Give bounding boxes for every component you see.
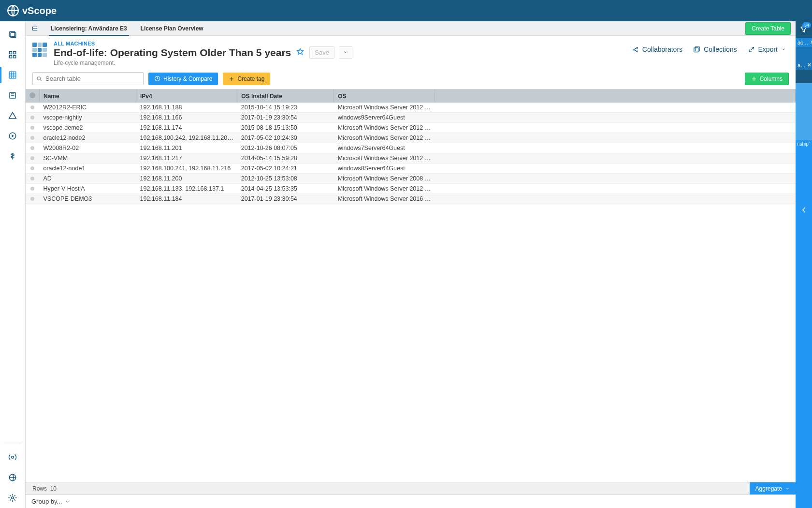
export-action[interactable]: Export <box>748 45 786 53</box>
nav-widgets[interactable] <box>0 45 26 65</box>
chevron-down-icon <box>781 47 786 52</box>
favorite-star-icon[interactable] <box>296 47 304 58</box>
columns-button[interactable]: Columns <box>745 73 789 85</box>
chevron-left-icon <box>799 206 808 214</box>
nav-broadcast[interactable] <box>0 447 26 467</box>
row-status-dot <box>26 194 40 204</box>
save-dropdown[interactable] <box>339 46 352 59</box>
col-install-date-header[interactable]: OS Install Date <box>237 90 334 103</box>
table-row[interactable]: vscope-demo2 192.168.11.174 2015-08-18 1… <box>26 123 796 133</box>
cell-ipv4: 192.168.11.133, 192.168.137.1 <box>136 184 237 194</box>
brand-text: vScope <box>22 5 57 16</box>
cell-os: windows9Server64Guest <box>334 113 435 123</box>
tab-strip: Licensiering: Användare E3 License Plan … <box>26 21 796 36</box>
create-table-button[interactable]: Create Table <box>745 22 791 35</box>
cell-ipv4: 192.168.100.241, 192.168.11.216 <box>136 164 237 174</box>
nav-billing[interactable] <box>0 146 26 166</box>
table-row[interactable]: VSCOPE-DEMO3 192.168.11.184 2017-01-19 2… <box>26 194 796 204</box>
col-os-header[interactable]: OS <box>334 90 435 103</box>
cell-os: Microsoft Windows Server 2012 … <box>334 184 435 194</box>
collections-action[interactable]: Collections <box>693 45 737 53</box>
filter-toggle[interactable]: 34 <box>796 21 812 38</box>
breadcrumb[interactable]: ALL MACHINES <box>54 41 352 46</box>
row-status-dot <box>26 164 40 174</box>
nav-dashboards[interactable] <box>0 24 26 45</box>
brand-logo: vScope <box>7 4 57 17</box>
share-icon <box>632 46 639 53</box>
table-type-icon <box>32 43 47 57</box>
table-row[interactable]: oracle12-node2 192.168.100.242, 192.168.… <box>26 133 796 143</box>
cell-os: Microsoft Windows Server 2008 … <box>334 174 435 184</box>
close-icon[interactable]: ✕ <box>810 39 812 45</box>
col-ipv4-header[interactable]: IPv4 <box>136 90 237 103</box>
cell-install-date: 2015-08-18 15:13:50 <box>237 123 334 133</box>
table-row[interactable]: vscope-nightly 192.168.11.166 2017-01-19… <box>26 113 796 123</box>
page-title: End-of-life: Operating System Older Than… <box>54 47 291 59</box>
table-row[interactable]: SC-VMM 192.168.11.217 2014-05-14 15:59:2… <box>26 153 796 164</box>
cell-install-date: 2015-10-14 15:19:23 <box>237 103 334 113</box>
row-status-dot <box>26 153 40 164</box>
plus-icon <box>229 76 234 82</box>
svg-rect-3 <box>9 51 12 54</box>
cell-os: Microsoft Windows Server 2012 … <box>334 153 435 164</box>
nav-tables[interactable] <box>0 65 26 85</box>
aggregate-button[interactable]: Aggregate <box>750 482 796 494</box>
create-tag-button[interactable]: Create tag <box>223 73 270 85</box>
cell-install-date: 2017-01-19 23:30:54 <box>237 113 334 123</box>
tab-licensing[interactable]: Licensiering: Användare E3 <box>49 21 129 36</box>
svg-point-10 <box>12 456 14 459</box>
filter-chip[interactable]: a…✕ <box>796 60 812 70</box>
save-button[interactable]: Save <box>309 46 334 59</box>
cell-name: Hyper-V Host A <box>40 184 136 194</box>
collaborators-action[interactable]: Collaborators <box>632 45 682 53</box>
table-toolbar: History & Compare Create tag Columns <box>26 70 796 89</box>
cell-name: vscope-nightly <box>40 113 136 123</box>
cell-name: AD <box>40 174 136 184</box>
expand-panel-button[interactable] <box>799 206 808 216</box>
cell-install-date: 2014-04-25 13:53:35 <box>237 184 334 194</box>
svg-rect-7 <box>9 72 16 78</box>
nav-globe[interactable] <box>0 467 26 488</box>
cell-os: Microsoft Windows Server 2012 … <box>334 103 435 113</box>
cell-os: Microsoft Windows Server 2012 … <box>334 133 435 143</box>
chevron-down-icon <box>785 486 790 491</box>
table-header-row: Name IPv4 OS Install Date OS <box>26 90 796 103</box>
cell-name: vscope-demo2 <box>40 123 136 133</box>
svg-rect-4 <box>14 51 16 54</box>
cell-name: oracle12-node1 <box>40 164 136 174</box>
nav-play[interactable] <box>0 126 26 146</box>
cell-install-date: 2014-05-14 15:59:28 <box>237 153 334 164</box>
cell-os: windows7Server64Guest <box>334 143 435 153</box>
nav-alerts[interactable] <box>0 105 26 126</box>
group-by-button[interactable]: Group by... <box>26 494 796 508</box>
nav-reports[interactable] <box>0 85 26 105</box>
cell-ipv4: 192.168.11.201 <box>136 143 237 153</box>
table-row[interactable]: W2012R2-ERIC 192.168.11.188 2015-10-14 1… <box>26 103 796 113</box>
table-row[interactable]: W2008R2-02 192.168.11.201 2012-10-26 08:… <box>26 143 796 153</box>
svg-rect-5 <box>9 56 12 58</box>
filter-chip[interactable]: ac…✕ <box>796 38 812 47</box>
clock-icon <box>154 75 160 82</box>
cell-ipv4: 192.168.11.217 <box>136 153 237 164</box>
cell-ipv4: 192.168.11.188 <box>136 103 237 113</box>
nav-settings[interactable] <box>0 488 26 508</box>
close-icon[interactable]: ✕ <box>807 62 812 68</box>
table-row[interactable]: AD 192.168.11.200 2012-10-25 13:53:08 Mi… <box>26 174 796 184</box>
select-all-header[interactable] <box>26 90 40 103</box>
table-row[interactable]: Hyper-V Host A 192.168.11.133, 192.168.1… <box>26 184 796 194</box>
filter-fragment: nship" <box>796 140 812 148</box>
left-nav-rail <box>0 21 26 508</box>
history-compare-button[interactable]: History & Compare <box>148 73 218 85</box>
table-footer: Rows 10 Aggregate <box>26 482 796 494</box>
tab-license-plan[interactable]: License Plan Overview <box>139 21 205 36</box>
cell-install-date: 2012-10-26 08:07:05 <box>237 143 334 153</box>
cell-ipv4: 192.168.11.174 <box>136 123 237 133</box>
col-name-header[interactable]: Name <box>40 90 136 103</box>
search-input[interactable] <box>32 72 144 85</box>
cell-name: SC-VMM <box>40 153 136 164</box>
table-row[interactable]: oracle12-node1 192.168.100.241, 192.168.… <box>26 164 796 174</box>
cell-install-date: 2017-05-02 10:24:21 <box>237 164 334 174</box>
cell-name: W2012R2-ERIC <box>40 103 136 113</box>
cell-ipv4: 192.168.11.166 <box>136 113 237 123</box>
rows-label: Rows <box>32 485 47 492</box>
